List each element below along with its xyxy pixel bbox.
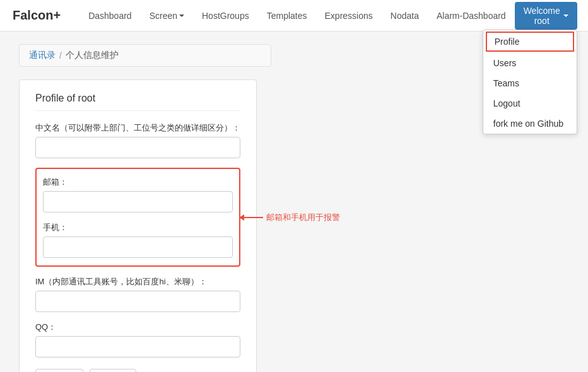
nav-menu: Dashboard Screen HostGroups Templates Ex… [79,0,515,32]
brand-logo[interactable]: Falcon+ [13,8,61,23]
dropdown-item-teams[interactable]: Teams [483,73,577,93]
dropdown-item-logout[interactable]: Logout [483,93,577,113]
form-group-im: IM（内部通讯工具账号，比如百度hi、米聊）： [35,276,240,312]
welcome-button[interactable]: Welcome root [515,2,577,30]
navbar: Falcon+ Dashboard Screen HostGroups Temp… [0,0,588,32]
form-group-chinese-name: 中文名（可以附带上部门、工位号之类的做详细区分）： [35,122,240,158]
label-qq: QQ： [35,322,240,333]
annotation-line [244,217,263,218]
nav-item-alarm-dashboard[interactable]: Alarm-Dashboard [428,0,515,32]
welcome-dropdown-caret [563,15,568,17]
breadcrumb: 通讯录 / 个人信息维护 [19,44,271,67]
form-group-email: 邮箱： [43,177,233,212]
form-area: Profile of root 中文名（可以附带上部门、工位号之类的做详细区分）… [19,79,257,372]
update-button[interactable]: 💾 更新 [35,369,83,372]
alert-annotation: 邮箱和手机用于报警 [239,212,340,223]
label-phone: 手机： [43,222,233,233]
nav-item-screen[interactable]: Screen [141,0,193,32]
nav-item-expressions[interactable]: Expressions [316,0,382,32]
user-menu: Welcome root Profile Users Teams Logout … [515,2,577,30]
form-group-qq: QQ： [35,322,240,357]
breadcrumb-separator: / [59,50,62,61]
annotation-arrowhead [239,214,244,221]
alert-section: 邮箱： 手机： 邮箱和手机用于报警 [35,168,240,267]
nav-item-templates[interactable]: Templates [258,0,316,32]
label-chinese-name: 中文名（可以附带上部门、工位号之类的做详细区分）： [35,122,240,134]
annotation-text: 邮箱和手机用于报警 [266,212,340,223]
dropdown-item-users[interactable]: Users [483,53,577,73]
input-phone[interactable] [43,236,233,258]
screen-dropdown-caret [179,15,184,17]
label-im: IM（内部通讯工具账号，比如百度hi、米聊）： [35,276,240,288]
nav-item-dashboard[interactable]: Dashboard [79,0,141,32]
profile-form-card: Profile of root 中文名（可以附带上部门、工位号之类的做详细区分）… [19,79,257,372]
input-chinese-name[interactable] [35,137,240,158]
form-group-phone: 手机： [43,222,233,258]
form-buttons: 💾 更新 ← 返回 [35,369,240,372]
dropdown-item-fork[interactable]: fork me on Github [483,113,577,134]
breadcrumb-parent-link[interactable]: 通讯录 [29,50,56,61]
nav-item-hostgroups[interactable]: HostGroups [193,0,258,32]
user-dropdown: Profile Users Teams Logout fork me on Gi… [483,30,577,134]
label-email: 邮箱： [43,177,233,188]
input-email[interactable] [43,191,233,212]
annotation-arrow [239,214,263,221]
input-im[interactable] [35,291,240,312]
dropdown-item-profile[interactable]: Profile [486,32,574,52]
back-button[interactable]: ← 返回 [90,369,136,372]
input-qq[interactable] [35,336,240,357]
nav-item-nodata[interactable]: Nodata [382,0,428,32]
form-title: Profile of root [35,93,240,111]
breadcrumb-current: 个人信息维护 [66,50,119,61]
